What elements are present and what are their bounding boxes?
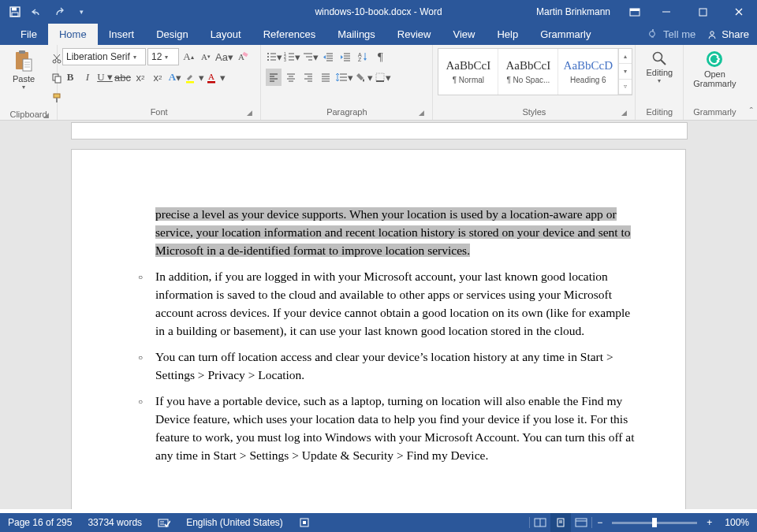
style-no-spacing[interactable]: AaBbCcI¶ No Spac... — [498, 49, 558, 95]
svg-point-37 — [267, 59, 269, 61]
shading-button[interactable]: ▾ — [355, 69, 373, 86]
document-body[interactable]: precise a level as your device supports.… — [117, 205, 638, 464]
zoom-in-button[interactable]: + — [702, 517, 717, 528]
line-spacing-button[interactable]: ▾ — [335, 69, 353, 86]
paragraph-dialog-launcher[interactable]: ◢ — [416, 108, 426, 117]
increase-indent-button[interactable] — [337, 48, 353, 65]
svg-rect-1 — [12, 8, 17, 11]
font-color-button[interactable]: A▾ — [206, 69, 226, 86]
group-paragraph: ▾ 123▾ ▾ AZ ¶ ▾ ▾ ▾ Paragraph◢ — [261, 45, 433, 120]
borders-button[interactable]: ▾ — [375, 69, 391, 86]
styles-dialog-launcher[interactable]: ◢ — [619, 108, 628, 117]
web-layout-button[interactable] — [571, 513, 591, 532]
group-font: Liberation Serif▾ 12▾ A▴ A▾ Aa▾ A B I U … — [58, 45, 261, 120]
titlebar: ▾ windows-10-book.docx - Word Martin Bri… — [0, 0, 757, 24]
tab-design[interactable]: Design — [145, 24, 199, 45]
clear-formatting-button[interactable]: A — [235, 48, 251, 65]
font-group-label: Font — [151, 107, 168, 117]
list-item[interactable]: In addition, if you are logged in with y… — [117, 267, 638, 340]
sort-button[interactable]: AZ — [355, 48, 371, 65]
tab-file[interactable]: File — [9, 24, 48, 45]
qat-customize[interactable]: ▾ — [71, 2, 91, 22]
user-name[interactable]: Martin Brinkmann — [525, 6, 621, 17]
underline-button[interactable]: U ▾ — [97, 69, 113, 86]
print-layout-button[interactable] — [550, 513, 571, 532]
svg-point-13 — [710, 31, 714, 34]
collapse-ribbon-button[interactable]: ˆ — [745, 45, 757, 120]
maximize-button[interactable] — [684, 0, 721, 24]
macro-status[interactable] — [291, 513, 318, 532]
italic-button[interactable]: I — [80, 69, 95, 86]
list-item[interactable]: You can turn off location access and cle… — [117, 348, 638, 384]
align-right-button[interactable] — [300, 69, 316, 86]
change-case-button[interactable]: Aa▾ — [215, 48, 233, 65]
bullets-button[interactable]: ▾ — [266, 48, 282, 65]
bold-button[interactable]: B — [62, 69, 78, 86]
zoom-slider[interactable] — [612, 522, 697, 524]
language-indicator[interactable]: English (United States) — [178, 513, 291, 532]
page[interactable]: precise a level as your device supports.… — [71, 149, 686, 509]
page-indicator[interactable]: Page 16 of 295 — [0, 513, 80, 532]
svg-text:Z: Z — [358, 57, 362, 62]
minimize-button[interactable] — [648, 0, 684, 24]
spell-check-status[interactable] — [150, 513, 178, 532]
ribbon-display-options[interactable] — [621, 0, 648, 24]
tell-me-search[interactable]: Tell me — [647, 28, 695, 40]
tab-insert[interactable]: Insert — [98, 24, 146, 45]
svg-rect-6 — [699, 9, 707, 16]
group-editing: Editing ▾ Editing — [636, 45, 684, 120]
editing-label: Editing — [647, 68, 673, 77]
svg-rect-2 — [12, 13, 18, 17]
list-item[interactable]: If you have a portable device, such as a… — [117, 392, 638, 464]
tab-review[interactable]: Review — [386, 24, 442, 45]
show-marks-button[interactable]: ¶ — [372, 48, 388, 65]
zoom-out-button[interactable]: − — [592, 517, 607, 528]
tab-home[interactable]: Home — [48, 24, 98, 45]
read-mode-button[interactable] — [530, 513, 550, 532]
document-area[interactable]: precise a level as your device supports.… — [0, 121, 757, 509]
zoom-level[interactable]: 100% — [717, 517, 757, 528]
tab-layout[interactable]: Layout — [200, 24, 252, 45]
style-normal[interactable]: AaBbCcI¶ Normal — [438, 49, 498, 95]
tab-grammarly[interactable]: Grammarly — [529, 24, 602, 45]
paste-label: Paste — [13, 74, 35, 84]
previous-page-edge — [71, 122, 688, 140]
paste-button[interactable]: Paste ▾ — [5, 48, 43, 92]
numbering-button[interactable]: 123▾ — [284, 48, 300, 65]
font-size-combo[interactable]: 12▾ — [147, 48, 179, 65]
clipboard-dialog-launcher[interactable]: ◢ — [41, 110, 50, 120]
word-count[interactable]: 33734 words — [80, 513, 150, 532]
redo-button[interactable] — [49, 2, 69, 22]
zoom-thumb[interactable] — [652, 518, 657, 527]
decrease-indent-button[interactable] — [320, 48, 336, 65]
shrink-font-button[interactable]: A▾ — [198, 48, 214, 65]
strikethrough-button[interactable]: abc — [114, 69, 131, 86]
tab-view[interactable]: View — [442, 24, 486, 45]
selected-text[interactable]: precise a level as your device supports.… — [155, 207, 631, 257]
superscript-button[interactable]: x2 — [150, 69, 166, 86]
save-button[interactable] — [5, 2, 25, 22]
font-dialog-launcher[interactable]: ◢ — [244, 108, 254, 117]
highlight-button[interactable]: ▾ — [185, 69, 204, 86]
styles-gallery[interactable]: AaBbCcI¶ Normal AaBbCcI¶ No Spac... AaBb… — [438, 48, 632, 95]
multilevel-list-button[interactable]: ▾ — [302, 48, 319, 65]
align-center-button[interactable] — [283, 69, 299, 86]
tab-help[interactable]: Help — [486, 24, 529, 45]
grow-font-button[interactable]: A▴ — [181, 48, 196, 65]
align-left-button[interactable] — [266, 69, 282, 86]
subscript-button[interactable]: x2 — [132, 69, 148, 86]
styles-scroll[interactable]: ▴▾▿ — [618, 49, 632, 95]
svg-rect-30 — [186, 81, 194, 84]
text-effects-button[interactable]: A▾ — [167, 69, 183, 86]
font-name-combo[interactable]: Liberation Serif▾ — [62, 48, 146, 65]
share-button[interactable]: Share — [707, 28, 749, 40]
svg-point-80 — [654, 53, 662, 61]
tab-references[interactable]: References — [252, 24, 326, 45]
open-grammarly-button[interactable]: Open Grammarly — [688, 48, 740, 90]
editing-button[interactable]: Editing ▾ — [640, 48, 678, 86]
justify-button[interactable] — [318, 69, 334, 86]
tab-mailings[interactable]: Mailings — [326, 24, 386, 45]
close-button[interactable] — [721, 0, 757, 24]
style-heading-6[interactable]: AaBbCcDHeading 6 — [558, 49, 618, 95]
undo-button[interactable] — [27, 2, 47, 22]
